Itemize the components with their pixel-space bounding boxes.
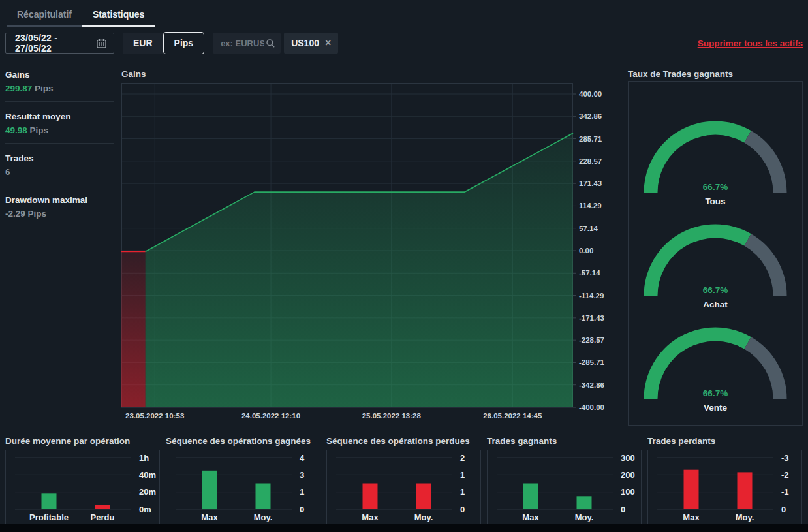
filter-bar: 23/05/22 - 27/05/22 EUR Pips US100 × Sup… — [5, 32, 803, 54]
svg-text:228.57: 228.57 — [579, 157, 602, 165]
mini-chart-sequence-des-operations-perdues: Séquence des opérations perdues2110MaxMo… — [326, 436, 481, 524]
svg-text:4: 4 — [300, 453, 305, 463]
stat-unit: Pips — [35, 84, 54, 93]
svg-text:Moy.: Moy. — [414, 512, 433, 522]
svg-text:-57.14: -57.14 — [579, 269, 600, 277]
svg-text:-114.29: -114.29 — [579, 292, 604, 300]
svg-text:1h: 1h — [139, 453, 149, 463]
mini-chart-plot: 2110MaxMoy. — [326, 450, 481, 524]
svg-text:400.00: 400.00 — [579, 90, 602, 98]
stat-unit: Pips — [28, 209, 47, 219]
svg-text:2: 2 — [460, 453, 465, 463]
svg-text:285.71: 285.71 — [579, 135, 602, 143]
stat-label: Gains — [5, 70, 114, 80]
symbol-search-input[interactable] — [219, 38, 266, 49]
win-rate-panel-title: Taux de Trades gagnants — [628, 69, 803, 78]
svg-text:0: 0 — [621, 505, 625, 514]
svg-text:Achat: Achat — [703, 300, 728, 309]
date-range-value: 23/05/22 - 27/05/22 — [15, 33, 96, 54]
svg-text:3: 3 — [300, 470, 304, 480]
svg-text:Max: Max — [683, 512, 700, 522]
svg-text:66.7%: 66.7% — [703, 388, 728, 398]
svg-text:23.05.2022 10:53: 23.05.2022 10:53 — [125, 412, 184, 420]
svg-text:1: 1 — [460, 487, 465, 497]
svg-text:-1: -1 — [781, 487, 789, 497]
svg-text:26.05.2022 14:45: 26.05.2022 14:45 — [483, 412, 542, 420]
stat-value: 49.98 — [5, 125, 27, 135]
gains-area-chart: 23.05.2022 10:5324.05.2022 12:1025.05.20… — [121, 83, 608, 424]
mini-chart-plot: 1h40m20m0mProfitablePerdu — [5, 450, 160, 524]
bottom-strip — [0, 524, 808, 532]
stat-gains: Gains 299.87 Pips — [5, 65, 114, 102]
svg-text:1: 1 — [460, 470, 465, 480]
svg-text:66.7%: 66.7% — [703, 182, 728, 192]
stat-label: Résultat moyen — [5, 112, 114, 121]
mini-chart-title: Séquence des opérations perdues — [326, 436, 481, 445]
gains-chart-panel: Gains 23.05.2022 10:5324.05.2022 12:1025… — [121, 69, 608, 424]
svg-text:114.29: 114.29 — [579, 202, 602, 210]
date-range-picker[interactable]: 23/05/22 - 27/05/22 — [5, 33, 114, 54]
mini-chart-title: Trades perdants — [647, 436, 802, 445]
svg-text:Max: Max — [522, 512, 539, 522]
svg-text:0: 0 — [460, 505, 465, 514]
tab-recapitulatif[interactable]: Récapitulatif — [7, 5, 82, 27]
svg-text:0m: 0m — [139, 505, 151, 514]
svg-text:0: 0 — [300, 505, 304, 514]
gains-chart-title: Gains — [121, 69, 608, 78]
gauge-achat: 66.7%Achat — [628, 224, 803, 310]
gauge-tous: 66.7%Tous — [628, 121, 803, 207]
svg-text:66.7%: 66.7% — [703, 285, 728, 295]
mini-chart-duree-moyenne-par-operation: Durée moyenne par opération1h40m20m0mPro… — [5, 436, 160, 524]
stat-label: Drawdown maximal — [5, 195, 114, 205]
mini-chart-title: Durée moyenne par opération — [5, 436, 160, 445]
svg-text:-171.43: -171.43 — [579, 314, 604, 322]
svg-text:25.05.2022 13:28: 25.05.2022 13:28 — [362, 412, 422, 420]
svg-text:-400.00: -400.00 — [579, 403, 604, 411]
mini-chart-trades-perdants: Trades perdants-3-2-10MaxMoy. — [647, 436, 802, 524]
asset-chip-label: US100 — [291, 38, 319, 48]
svg-text:-228.57: -228.57 — [579, 336, 604, 344]
stat-value: 299.87 — [5, 84, 32, 93]
svg-text:-2: -2 — [781, 470, 789, 480]
svg-text:40m: 40m — [139, 470, 156, 480]
svg-text:Max: Max — [362, 512, 379, 522]
close-icon[interactable]: × — [325, 38, 331, 48]
svg-text:Moy.: Moy. — [575, 512, 594, 522]
mini-chart-sequence-des-operations-gagnees: Séquence des opérations gagnées4310MaxMo… — [166, 436, 320, 524]
pips-toggle-button[interactable]: Pips — [163, 32, 205, 54]
svg-text:Perdu: Perdu — [91, 512, 115, 522]
svg-text:-342.86: -342.86 — [579, 381, 604, 389]
mini-chart-title: Trades gagnants — [487, 436, 642, 445]
stat-resultat-moyen: Résultat moyen 49.98 Pips — [5, 102, 114, 144]
symbol-search — [213, 33, 281, 54]
svg-text:Max: Max — [201, 512, 218, 522]
svg-text:Tous: Tous — [705, 196, 725, 206]
gauge-vente: 66.7%Vente — [628, 327, 803, 413]
win-rate-panel: Taux de Trades gagnants 66.7%Tous66.7%Ac… — [628, 69, 803, 426]
svg-text:1: 1 — [300, 487, 304, 497]
svg-text:200: 200 — [621, 470, 635, 480]
mini-chart-plot: -3-2-10MaxMoy. — [647, 450, 802, 524]
svg-text:300: 300 — [621, 453, 635, 463]
mini-chart-trades-gagnants: Trades gagnants3002001000MaxMoy. — [487, 436, 642, 524]
svg-text:-3: -3 — [781, 453, 789, 463]
clear-all-assets-link[interactable]: Supprimer tous les actifs — [698, 39, 803, 48]
mini-charts-row: Durée moyenne par opération1h40m20m0mPro… — [5, 436, 802, 524]
svg-text:Moy.: Moy. — [254, 512, 273, 522]
stat-drawdown-maximal: Drawdown maximal -2.29 Pips — [5, 185, 114, 227]
mini-chart-plot: 3002001000MaxMoy. — [487, 450, 642, 524]
svg-text:171.43: 171.43 — [579, 180, 602, 187]
svg-text:0.00: 0.00 — [579, 247, 593, 255]
stat-trades: Trades 6 — [5, 144, 114, 185]
unit-toggle: EUR Pips — [123, 32, 204, 54]
asset-chip-us100[interactable]: US100 × — [284, 33, 338, 54]
tab-statistiques[interactable]: Statistiques — [82, 5, 155, 27]
stat-value: -2.29 — [5, 209, 25, 219]
calendar-icon[interactable] — [96, 38, 107, 49]
svg-text:-285.71: -285.71 — [579, 358, 605, 366]
svg-text:Moy.: Moy. — [736, 512, 754, 522]
eur-toggle-button[interactable]: EUR — [123, 33, 163, 54]
mini-chart-title: Séquence des opérations gagnées — [166, 436, 320, 445]
svg-text:57.14: 57.14 — [579, 225, 598, 232]
svg-text:20m: 20m — [139, 487, 156, 497]
